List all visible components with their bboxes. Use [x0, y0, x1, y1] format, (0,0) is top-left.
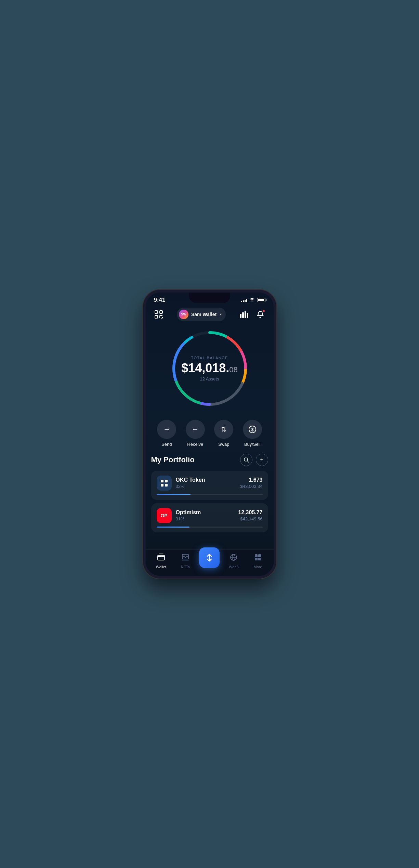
- portfolio-header: My Portfolio +: [151, 454, 268, 466]
- receive-icon: ←: [186, 420, 205, 439]
- nav-web3[interactable]: Web3: [223, 553, 244, 569]
- svg-rect-25: [161, 480, 163, 482]
- signal-bar-4: [246, 299, 247, 302]
- asset-right-okc: 1.673 $43,003.34: [240, 477, 262, 489]
- chevron-down-icon: ▾: [220, 312, 222, 316]
- okc-amount: 1.673: [240, 477, 262, 483]
- wifi-icon: [249, 297, 255, 302]
- svg-rect-10: [247, 313, 248, 318]
- account-name: Sam Wallet: [191, 312, 217, 317]
- swap-icon: ⇅: [214, 420, 233, 439]
- asset-left-okc: OKC Token 32%: [157, 476, 205, 491]
- battery-fill: [258, 299, 264, 301]
- header-actions: [238, 308, 266, 321]
- asset-left-op: OP Optimism 31%: [157, 508, 201, 523]
- asset-info-op: Optimism 31%: [176, 509, 201, 521]
- svg-point-31: [183, 555, 184, 556]
- svg-rect-35: [258, 554, 261, 557]
- asset-row-okc: OKC Token 32% 1.673 $43,003.34: [157, 476, 263, 491]
- notification-dot: [262, 310, 265, 312]
- op-name: Optimism: [176, 509, 201, 516]
- svg-rect-8: [242, 312, 244, 318]
- action-buttons: → Send ← Receive ⇅ Swap $ Buy/Sell: [146, 416, 274, 454]
- status-icons: [241, 297, 265, 302]
- svg-rect-9: [245, 311, 246, 318]
- swap-button[interactable]: ⇅ Swap: [214, 420, 233, 447]
- receive-button[interactable]: ← Receive: [186, 420, 205, 447]
- balance-circle[interactable]: TOTAL BALANCE $14,018.08 12 Assets: [169, 327, 251, 410]
- nav-wallet[interactable]: Wallet: [151, 553, 171, 569]
- center-swap-button[interactable]: [199, 547, 220, 568]
- web3-icon: [230, 553, 238, 563]
- status-time: 9:41: [154, 297, 166, 303]
- battery-icon: [257, 298, 265, 302]
- phone-frame: 9:41: [143, 290, 276, 579]
- op-bar-fill: [157, 527, 189, 528]
- notification-button[interactable]: [254, 308, 266, 321]
- signal-bar-3: [245, 300, 246, 302]
- svg-rect-37: [258, 558, 261, 560]
- svg-rect-28: [165, 484, 168, 487]
- op-pct: 31%: [176, 516, 201, 521]
- svg-rect-7: [240, 314, 241, 318]
- nfts-label: NFTs: [181, 565, 190, 569]
- op-progress-bar: [157, 527, 263, 528]
- search-button[interactable]: [240, 454, 252, 466]
- okc-progress-bar: [157, 494, 263, 495]
- wallet-icon: [157, 553, 165, 563]
- op-logo: OP: [157, 508, 172, 523]
- svg-rect-0: [155, 311, 158, 313]
- svg-rect-27: [161, 484, 163, 487]
- receive-label: Receive: [187, 442, 203, 447]
- add-asset-button[interactable]: +: [256, 454, 268, 466]
- svg-rect-1: [160, 311, 162, 313]
- okc-bar-fill: [157, 494, 191, 495]
- scan-button[interactable]: [153, 308, 165, 321]
- wallet-label: Wallet: [156, 565, 166, 569]
- asset-card-okc[interactable]: OKC Token 32% 1.673 $43,003.34: [151, 471, 268, 500]
- okc-name: OKC Token: [176, 477, 205, 483]
- okc-logo: [157, 476, 172, 491]
- buysell-label: Buy/Sell: [244, 442, 261, 447]
- svg-rect-36: [255, 558, 258, 560]
- asset-card-op[interactable]: OP Optimism 31% 12,305.77 $42,149.56: [151, 503, 268, 532]
- avatar: SW: [179, 310, 188, 319]
- signal-bar-1: [241, 301, 242, 302]
- svg-rect-29: [158, 555, 165, 560]
- op-amount: 12,305.77: [238, 509, 262, 516]
- buysell-icon: $: [243, 420, 262, 439]
- nav-nfts[interactable]: NFTs: [175, 553, 196, 569]
- balance-amount: $14,018.08: [179, 362, 240, 374]
- svg-text:$: $: [251, 427, 253, 432]
- signal-bar-2: [243, 300, 244, 302]
- more-icon: [254, 553, 262, 563]
- okc-pct: 32%: [176, 484, 205, 489]
- phone-inner: 9:41: [146, 293, 274, 576]
- balance-assets: 12 Assets: [179, 376, 240, 381]
- chart-button[interactable]: [238, 308, 250, 321]
- nav-more[interactable]: More: [248, 553, 268, 569]
- balance-info: TOTAL BALANCE $14,018.08 12 Assets: [179, 355, 240, 381]
- buysell-button[interactable]: $ Buy/Sell: [243, 420, 262, 447]
- send-label: Send: [161, 442, 172, 447]
- balance-label: TOTAL BALANCE: [179, 355, 240, 360]
- account-selector[interactable]: SW Sam Wallet ▾: [177, 308, 226, 321]
- svg-line-24: [247, 461, 249, 462]
- send-button[interactable]: → Send: [157, 420, 176, 447]
- asset-right-op: 12,305.77 $42,149.56: [238, 509, 262, 521]
- asset-row-op: OP Optimism 31% 12,305.77 $42,149.56: [157, 508, 263, 523]
- nav-center-swap[interactable]: [199, 554, 220, 568]
- signal-bars-icon: [241, 298, 247, 302]
- balance-section: TOTAL BALANCE $14,018.08 12 Assets: [146, 324, 274, 416]
- send-icon: →: [157, 420, 176, 439]
- nfts-icon: [181, 553, 189, 563]
- svg-rect-34: [255, 554, 258, 557]
- portfolio-section: My Portfolio +: [146, 454, 274, 549]
- bottom-nav: Wallet NFTs: [146, 549, 274, 576]
- svg-rect-26: [165, 480, 168, 482]
- asset-info-okc: OKC Token 32%: [176, 477, 205, 489]
- op-value: $42,149.56: [238, 516, 262, 521]
- swap-label: Swap: [218, 442, 230, 447]
- balance-cents: 08: [229, 365, 237, 374]
- web3-label: Web3: [229, 565, 239, 569]
